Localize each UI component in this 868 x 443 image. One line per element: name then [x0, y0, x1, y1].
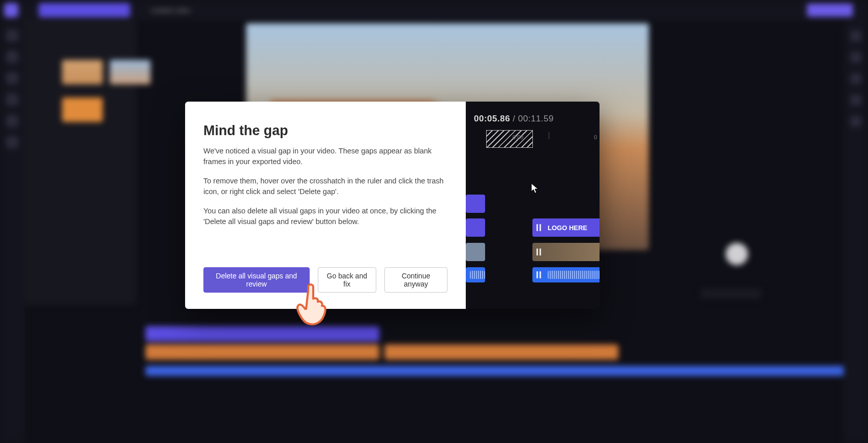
timeline-clip[interactable] [466, 218, 485, 237]
right-tool-rail [844, 20, 868, 443]
dialog-content: Mind the gap We've noticed a visual gap … [185, 102, 466, 309]
media-thumbnail [62, 60, 103, 84]
clip-handle-icon [536, 224, 544, 231]
dialog-paragraph: We've noticed a visual gap in your video… [203, 146, 447, 167]
clip-handle-icon [536, 248, 544, 256]
go-back-button[interactable]: Go back and fix [318, 267, 376, 293]
audio-waveform-icon [548, 271, 600, 279]
ruler-tick [549, 132, 549, 139]
dialog-preview-panel: 00:05.86 / 00:11.59 0:08 0 LOGO HERE [466, 102, 600, 309]
time-display: 00:05.86 / 00:11.59 [474, 114, 554, 124]
timeline-area [142, 321, 848, 392]
cursor-icon [531, 183, 539, 194]
timeline-video-clip[interactable] [532, 243, 600, 261]
timeline-audio-clip[interactable] [466, 267, 485, 282]
dialog-button-row: Delete all visual gaps and review Go bac… [203, 267, 447, 293]
export-button [807, 4, 853, 17]
play-button-bg [726, 243, 748, 265]
media-panel [24, 20, 136, 305]
timeline-clip-logo[interactable]: LOGO HERE [532, 218, 600, 237]
timeline-clip[interactable] [466, 195, 485, 213]
ruler-tick-label: 0 [594, 134, 597, 140]
mind-the-gap-dialog: Mind the gap We've noticed a visual gap … [185, 102, 600, 309]
clip-label: LOGO HERE [548, 224, 587, 232]
zoom-slider-bg [700, 289, 761, 299]
audio-waveform-icon [470, 271, 485, 279]
media-thumbnail [110, 60, 151, 84]
total-time: 00:11.59 [518, 114, 554, 123]
dialog-paragraph: You can also delete all visual gaps in y… [203, 206, 447, 227]
timeline-audio-clip[interactable] [532, 267, 600, 282]
time-separator: / [510, 114, 518, 123]
media-thumbnail [62, 98, 103, 122]
left-tool-rail [0, 20, 24, 443]
timeline-ruler[interactable]: 0:08 0 [466, 130, 600, 147]
project-title: Untitled video [151, 7, 191, 14]
dialog-paragraph: To remove them, hover over the crosshatc… [203, 176, 447, 197]
app-logo [4, 3, 18, 17]
main-dropdown [39, 3, 130, 17]
clip-handle-icon [536, 271, 544, 278]
current-time: 00:05.86 [474, 114, 510, 123]
delete-gaps-button[interactable]: Delete all visual gaps and review [203, 267, 310, 293]
timeline-clip[interactable] [466, 243, 485, 261]
continue-anyway-button[interactable]: Continue anyway [384, 267, 447, 293]
dialog-title: Mind the gap [203, 123, 447, 139]
gap-crosshatch[interactable] [486, 130, 533, 148]
ruler-tick-label: 0:08 [513, 134, 523, 140]
